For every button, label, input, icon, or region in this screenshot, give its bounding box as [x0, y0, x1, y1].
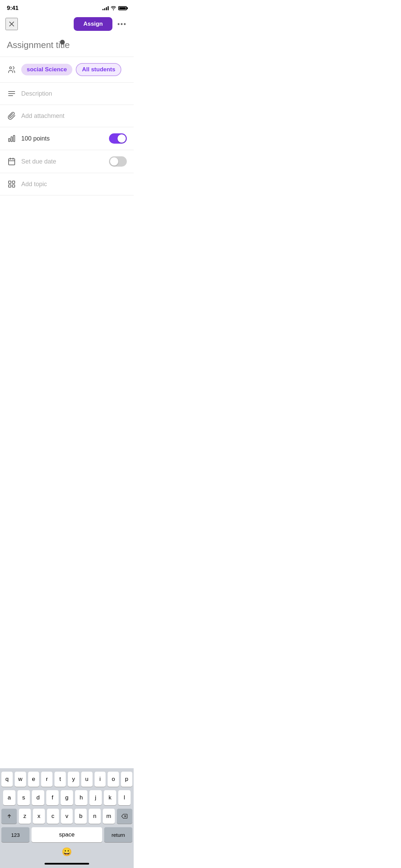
status-icons: [102, 6, 127, 10]
svg-rect-16: [12, 185, 15, 187]
nav-bar: Assign •••: [0, 14, 134, 35]
description-icon: [7, 89, 16, 98]
svg-rect-7: [11, 137, 12, 142]
assign-button[interactable]: Assign: [74, 17, 112, 31]
points-toggle-container: [109, 133, 127, 144]
svg-rect-14: [12, 181, 15, 183]
due-date-toggle[interactable]: [109, 156, 127, 167]
title-section: [0, 35, 134, 57]
due-date-label: Set due date: [21, 158, 56, 165]
students-icon: [7, 65, 16, 74]
assignees-row[interactable]: social Science All students: [0, 57, 134, 83]
topic-label: Add topic: [21, 181, 47, 188]
svg-rect-15: [9, 185, 11, 187]
class-tag[interactable]: social Science: [21, 64, 72, 75]
signal-icon: [102, 6, 109, 10]
description-label: Description: [21, 90, 52, 97]
topic-row[interactable]: Add topic: [0, 173, 134, 195]
due-date-icon: [7, 157, 16, 166]
points-toggle[interactable]: [109, 133, 127, 144]
description-row[interactable]: Description: [0, 83, 134, 105]
close-button[interactable]: [5, 18, 18, 30]
attachment-row[interactable]: Add attachment: [0, 105, 134, 127]
assignment-title-input[interactable]: [7, 40, 127, 50]
status-time: 9:41: [7, 5, 19, 12]
attachment-label: Add attachment: [21, 112, 64, 120]
svg-rect-13: [9, 181, 11, 183]
points-icon: [7, 134, 16, 143]
wifi-icon: [111, 6, 116, 10]
status-bar: 9:41: [0, 0, 134, 14]
svg-rect-8: [13, 135, 15, 142]
due-date-toggle-knob: [110, 157, 118, 166]
due-date-row[interactable]: Set due date: [0, 150, 134, 173]
due-date-toggle-container: [109, 156, 127, 167]
points-label: 100 points: [21, 135, 50, 142]
svg-rect-9: [9, 159, 15, 165]
battery-icon: [118, 6, 127, 10]
toggle-knob: [118, 134, 126, 143]
svg-point-2: [10, 67, 12, 69]
topic-icon: [7, 179, 16, 189]
students-tag[interactable]: All students: [76, 63, 121, 76]
more-dots-icon: •••: [117, 20, 126, 28]
svg-rect-6: [9, 138, 10, 142]
more-button[interactable]: •••: [116, 18, 128, 30]
text-cursor: [60, 40, 65, 45]
form-content: social Science All students Description …: [0, 35, 134, 291]
points-row[interactable]: 100 points: [0, 127, 134, 150]
assignees-content: social Science All students: [21, 63, 127, 76]
nav-right: Assign •••: [74, 17, 128, 31]
attachment-icon: [7, 111, 16, 121]
